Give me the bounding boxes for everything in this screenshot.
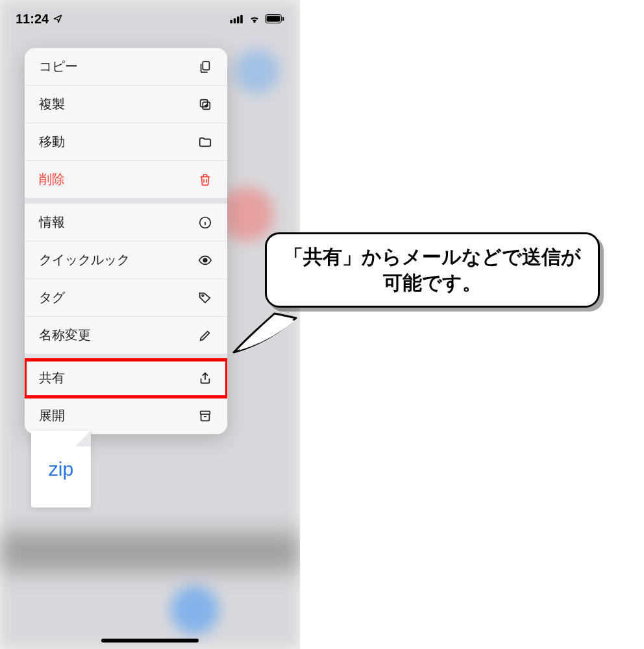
callout-text: 「共有」からメールなどで送信が可能です。 [265,232,600,308]
home-indicator[interactable] [101,639,199,643]
copy-icon [197,59,213,75]
menu-item-tag[interactable]: タグ [25,279,227,317]
archive-icon [197,408,213,424]
menu-item-trash[interactable]: 削除 [25,161,227,199]
duplicate-icon [197,97,213,112]
menu-item-eye[interactable]: クイックルック [25,241,227,279]
trash-icon [197,172,213,188]
svg-rect-3 [240,15,243,23]
menu-item-label: 移動 [39,133,65,151]
tag-icon [197,290,213,306]
menu-item-label: 名称変更 [39,326,91,344]
svg-rect-0 [230,20,233,23]
blurred-background-shadow [0,532,300,571]
info-icon [197,215,213,230]
eye-icon [197,252,213,268]
svg-point-12 [202,294,204,296]
menu-group-divider [25,199,227,204]
menu-item-label: 削除 [39,171,65,188]
menu-item-copy[interactable]: コピー [25,48,227,86]
menu-item-label: 複製 [39,95,65,113]
svg-rect-1 [234,18,236,23]
svg-rect-5 [267,16,280,22]
svg-rect-13 [201,411,210,414]
wifi-icon [248,14,261,23]
menu-item-label: 情報 [39,214,65,231]
menu-group-divider [25,354,227,360]
menu-item-share[interactable]: 共有 [25,360,227,397]
menu-item-label: 展開 [39,407,65,424]
svg-rect-6 [282,17,284,21]
menu-item-archive[interactable]: 展開 [25,397,227,434]
menu-item-rename[interactable]: 名称変更 [25,317,227,354]
menu-item-label: 共有 [39,369,65,387]
annotation-callout: 「共有」からメールなどで送信が可能です。 [265,232,600,330]
file-extension-label: zip [49,458,73,480]
rename-icon [197,328,213,343]
svg-rect-2 [237,17,240,24]
cellular-signal-icon [230,14,244,23]
context-menu: コピー複製移動削除情報クイックルックタグ名称変更共有展開 [25,48,227,434]
menu-item-label: タグ [39,289,65,306]
menu-item-label: コピー [39,58,78,75]
svg-rect-7 [203,61,209,69]
status-bar: 11:24 [0,0,300,29]
svg-point-11 [203,258,207,262]
status-time: 11:24 [16,12,49,27]
folder-icon [197,134,213,150]
battery-icon [265,14,284,23]
zip-file-icon[interactable]: zip [31,431,91,508]
callout-tail [232,310,304,356]
location-icon [53,14,63,24]
menu-item-folder[interactable]: 移動 [25,123,227,161]
share-icon [197,371,213,386]
menu-item-duplicate[interactable]: 複製 [25,86,227,123]
menu-item-info[interactable]: 情報 [25,204,227,241]
menu-item-label: クイックルック [39,251,130,269]
